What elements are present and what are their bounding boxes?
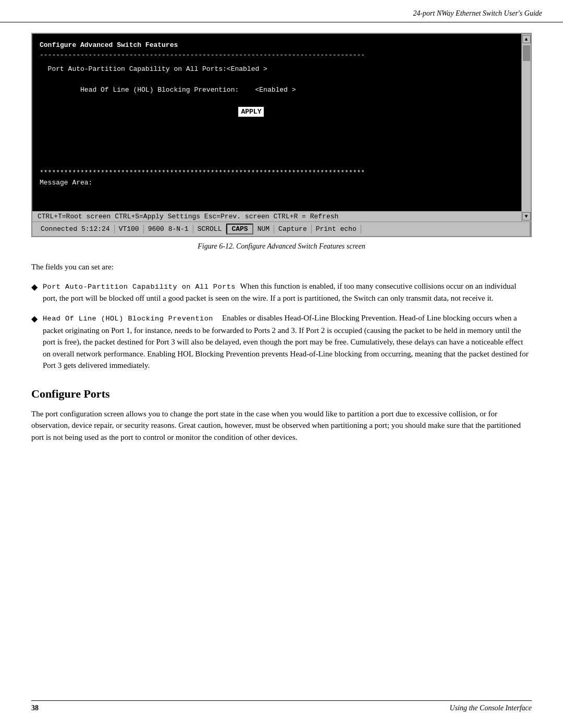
- terminal-screen: ▲ ▼ Configure Advanced Switch Features -…: [31, 33, 532, 237]
- statusbar-baud: 9600 8-N-1: [144, 225, 193, 233]
- term-hol-label: Head Of Line (HOL) Blocking Prevention: …: [72, 86, 296, 94]
- statusbar-num: NUM: [253, 225, 274, 233]
- scroll-thumb[interactable]: [523, 45, 530, 61]
- term-line-2: Head Of Line (HOL) Blocking Prevention: …: [40, 78, 509, 102]
- body-intro: The fields you can set are:: [31, 261, 532, 273]
- scroll-down-arrow[interactable]: ▼: [522, 212, 531, 220]
- bullet-term-2: Head Of Line (HOL) Blocking Prevention: [43, 315, 222, 323]
- term-status-bar: CTRL+T=Root screen CTRL+S=Apply Settings…: [32, 211, 521, 221]
- term-divider: ----------------------------------------…: [40, 51, 509, 59]
- bullet-term-1: Port Auto-Partition Capability on All Po…: [43, 283, 240, 291]
- terminal-content: Configure Advanced Switch Features -----…: [32, 34, 521, 211]
- term-title: Configure Advanced Switch Features: [40, 41, 509, 49]
- figure-caption: Figure 6-12. Configure Advanced Switch F…: [31, 242, 532, 251]
- statusbar-capture: Capture: [274, 225, 312, 233]
- scroll-up-arrow[interactable]: ▲: [522, 35, 531, 43]
- terminal-bottom-statusbar: Connected 5:12:24 VT100 9600 8-N-1 SCROL…: [32, 221, 531, 236]
- page-number: 38: [31, 704, 39, 712]
- page-footer: 38 Using the Console Interface: [31, 700, 532, 712]
- list-item: ◆ Head Of Line (HOL) Blocking Prevention…: [31, 312, 532, 371]
- term-status-text: CTRL+T=Root screen CTRL+S=Apply Settings…: [35, 213, 340, 220]
- bullet-text-1: Port Auto-Partition Capability on All Po…: [43, 280, 532, 304]
- statusbar-print-echo: Print echo: [312, 225, 361, 233]
- statusbar-caps: CAPS: [226, 224, 253, 235]
- bullet-icon-2: ◆: [31, 313, 38, 325]
- bullet-list: ◆ Port Auto-Partition Capability on All …: [31, 280, 532, 372]
- bullet-text-2: Head Of Line (HOL) Blocking Prevention E…: [43, 312, 532, 371]
- page-header: 24-port NWay Ethernet Switch User's Guid…: [0, 0, 563, 22]
- list-item: ◆ Port Auto-Partition Capability on All …: [31, 280, 532, 304]
- footer-section: Using the Console Interface: [450, 704, 532, 712]
- bullet-icon-1: ◆: [31, 281, 38, 293]
- term-line-1: Port Auto-Partition Capability on All Po…: [40, 65, 509, 73]
- configure-ports-text: The port configuration screen allows you…: [31, 408, 532, 443]
- header-title: 24-port NWay Ethernet Switch User's Guid…: [413, 9, 542, 18]
- apply-button[interactable]: APPLY: [238, 107, 264, 117]
- term-message-area: Message Area:: [40, 179, 509, 187]
- statusbar-scroll: SCROLL: [193, 225, 227, 233]
- term-stars: ****************************************…: [40, 169, 509, 177]
- section-heading-configure-ports: Configure Ports: [31, 387, 532, 401]
- statusbar-connected: Connected 5:12:24: [36, 225, 115, 233]
- term-apply-line: APPLY: [40, 107, 509, 117]
- main-content: ▲ ▼ Configure Advanced Switch Features -…: [0, 33, 563, 443]
- statusbar-vt100: VT100: [115, 225, 144, 233]
- scrollbar[interactable]: ▲ ▼: [521, 34, 531, 221]
